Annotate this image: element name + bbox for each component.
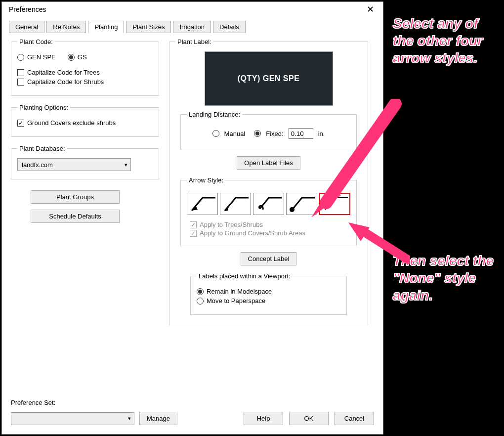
plant-code-legend: Plant Code: (17, 38, 55, 45)
check-cap-trees-label: Capitalize Code for Trees (27, 69, 100, 76)
planting-options-group: Planting Options: Ground Covers exclude … (11, 104, 159, 137)
arrow-style-group: Arrow Style: (180, 176, 357, 246)
arrow-style-legend: Arrow Style: (187, 176, 225, 184)
annotation-bottom: Then select the "None" style again. (393, 252, 497, 304)
tab-planting[interactable]: Planting (88, 21, 124, 33)
arrow-style-4[interactable] (286, 193, 317, 215)
radio-fixed[interactable]: Fixed: in. (254, 128, 325, 139)
checkbox-icon (17, 69, 24, 76)
fixed-unit-label: in. (318, 130, 325, 137)
arrow-style-2[interactable] (220, 193, 251, 215)
radio-icon (254, 130, 261, 137)
preference-set-label: Preference Set: (11, 399, 55, 406)
radio-fixed-label: Fixed: (266, 130, 283, 137)
tab-refnotes[interactable]: RefNotes (46, 21, 86, 33)
dialog-body: Plant Code: GEN SPE GS Capitalize Code f… (2, 33, 383, 333)
radio-icon (197, 288, 204, 295)
fixed-value-input[interactable] (289, 128, 313, 139)
help-button[interactable]: Help (244, 412, 283, 425)
radio-manual-label: Manual (224, 130, 246, 137)
plant-database-group: Plant Database: landfx.com ▾ (11, 145, 159, 179)
open-label-files-button[interactable]: Open Label Files (237, 156, 300, 170)
arrow-style-1[interactable] (187, 193, 218, 215)
plant-label-preview-text: (QTY) GEN SPE (238, 74, 300, 83)
radio-remain-label: Remain in Modelspace (207, 288, 272, 295)
plant-groups-button[interactable]: Plant Groups (31, 190, 120, 204)
plant-label-preview: (QTY) GEN SPE (205, 51, 333, 106)
cancel-button[interactable]: Cancel (335, 412, 374, 425)
landing-distance-legend: Landing Distance: (187, 111, 242, 118)
schedule-defaults-button[interactable]: Schedule Defaults (31, 210, 120, 223)
tabs: General RefNotes Planting Plant Sizes Ir… (2, 19, 383, 33)
concept-label-button[interactable]: Concept Label (241, 252, 297, 265)
plant-label-legend: Plant Label: (175, 38, 213, 45)
check-apply-trees-label: Apply to Trees/Shrubs (200, 221, 263, 228)
viewport-legend: Labels placed within a Viewport: (197, 272, 293, 280)
preference-set-combo[interactable]: ▾ (11, 412, 134, 425)
preferences-dialog: Preferences ✕ General RefNotes Planting … (1, 1, 383, 435)
landing-distance-group: Landing Distance: Manual Fixed: in. (180, 111, 357, 149)
chevron-down-icon: ▾ (128, 415, 131, 422)
arrow-style-3[interactable] (253, 193, 284, 215)
radio-icon (197, 298, 204, 305)
checkbox-icon (17, 79, 24, 86)
radio-gen-spe[interactable]: GEN SPE (17, 53, 56, 61)
tab-details[interactable]: Details (213, 21, 246, 33)
close-icon[interactable]: ✕ (363, 5, 378, 14)
radio-icon (17, 54, 24, 61)
bottom-row: ▾ Manage Help OK Cancel (11, 412, 374, 425)
plant-database-legend: Plant Database: (17, 145, 67, 152)
check-apply-gc: Apply to Ground Covers/Shrub Areas (190, 229, 350, 237)
check-cap-trees[interactable]: Capitalize Code for Trees (17, 69, 153, 76)
plant-label-group: Plant Label: (QTY) GEN SPE Landing Dista… (169, 38, 368, 325)
planting-options-legend: Planting Options: (17, 104, 70, 111)
radio-remain-modelspace[interactable]: Remain in Modelspace (197, 288, 340, 295)
tab-irrigation[interactable]: Irrigation (173, 21, 211, 33)
left-column: Plant Code: GEN SPE GS Capitalize Code f… (11, 38, 159, 333)
plant-code-group: Plant Code: GEN SPE GS Capitalize Code f… (11, 38, 159, 96)
check-gc-exclude-label: Ground Covers exclude shrubs (27, 119, 116, 127)
radio-icon (212, 130, 219, 137)
check-gc-exclude[interactable]: Ground Covers exclude shrubs (17, 119, 153, 127)
radio-move-paperspace[interactable]: Move to Paperspace (197, 297, 340, 305)
check-apply-trees: Apply to Trees/Shrubs (190, 221, 350, 228)
radio-icon (68, 54, 75, 61)
radio-manual[interactable]: Manual (212, 130, 246, 137)
tab-general[interactable]: General (9, 21, 44, 33)
checkbox-icon (17, 120, 24, 127)
annotation-top: Select any of the other four arrow style… (393, 15, 497, 67)
plant-database-combo[interactable]: landfx.com ▾ (17, 158, 131, 171)
plant-database-value: landfx.com (22, 161, 53, 169)
radio-move-label: Move to Paperspace (207, 297, 265, 305)
right-column: Plant Label: (QTY) GEN SPE Landing Dista… (169, 38, 367, 333)
check-apply-gc-label: Apply to Ground Covers/Shrub Areas (200, 229, 305, 237)
ok-button[interactable]: OK (289, 412, 329, 425)
checkbox-icon (190, 221, 197, 228)
chevron-down-icon: ▾ (125, 162, 127, 168)
viewport-group: Labels placed within a Viewport: Remain … (190, 272, 347, 315)
arrow-style-none[interactable] (319, 193, 350, 215)
radio-gs-label: GS (78, 53, 87, 61)
radio-gs[interactable]: GS (68, 53, 87, 61)
radio-gen-spe-label: GEN SPE (27, 53, 56, 61)
checkbox-icon (190, 230, 197, 237)
check-cap-shrubs[interactable]: Capitalize Code for Shrubs (17, 78, 153, 86)
manage-button[interactable]: Manage (139, 412, 177, 425)
tab-plant-sizes[interactable]: Plant Sizes (126, 21, 171, 33)
titlebar: Preferences ✕ (2, 2, 383, 19)
window-title: Preferences (9, 5, 46, 13)
arrow-style-tiles (187, 193, 350, 215)
svg-point-2 (290, 207, 294, 212)
check-cap-shrubs-label: Capitalize Code for Shrubs (27, 78, 104, 86)
